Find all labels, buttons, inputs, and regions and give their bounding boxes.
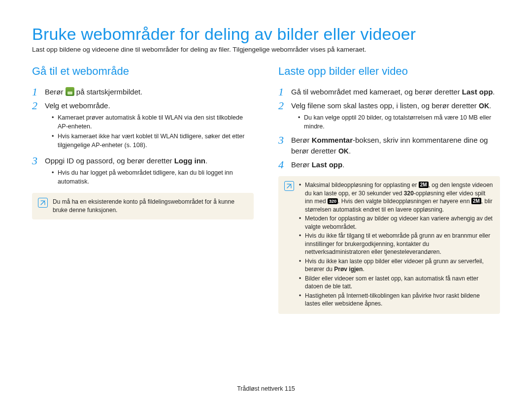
r3-a: Berør: [291, 136, 312, 144]
r4-a: Berør: [291, 160, 312, 169]
left-note-text: Du må ha en eksisterende konto på fildel…: [53, 198, 248, 215]
tag-2m-icon: 2M: [471, 198, 481, 204]
r1-c: .: [493, 88, 495, 96]
note4-c: .: [363, 266, 364, 273]
left-note-box: Du må ha en eksisterende konto på fildel…: [32, 193, 254, 219]
left-step-1: 1 Berør på startskjermbildet.: [32, 87, 254, 97]
left-step-2: 2 Velg et webområde. Kameraet prøver aut…: [32, 100, 254, 151]
r2-sub1: Du kan velge opptil 20 bilder, og totals…: [298, 113, 500, 131]
step-number: 1: [32, 87, 45, 97]
note1: Maksimal bildeoppløsning for opplasting …: [299, 181, 494, 214]
note1-a: Maksimal bildeoppløsning for opplasting …: [305, 182, 419, 188]
step-number: 3: [32, 155, 45, 166]
page-intro: Last opp bildene og videoene dine til we…: [32, 46, 500, 53]
ok-icon: OK: [338, 146, 349, 156]
r4-c: .: [342, 160, 344, 169]
step2-text: Velg et webområde.: [45, 101, 110, 110]
right-step-1: 1 Gå til webområdet med kameraet, og ber…: [278, 87, 500, 97]
step1-text-b: på startskjermbildet.: [74, 88, 142, 96]
page-footer: Trådløst nettverk 115: [0, 385, 532, 392]
right-heading: Laste opp bilder eller video: [278, 65, 500, 78]
r3-b: Kommentar: [312, 136, 353, 144]
step-number: 3: [278, 135, 291, 146]
left-step-3: 3 Oppgi ID og passord, og berør deretter…: [32, 155, 254, 187]
note2: Metoden for opplasting av bilder og vide…: [299, 215, 494, 231]
note4-b: Prøv igjen: [334, 266, 363, 273]
footer-page-number: 115: [285, 385, 295, 392]
left-column: Gå til et webområde 1 Berør på startskje…: [32, 65, 254, 314]
tag-2m-icon: 2M: [419, 182, 429, 188]
step2-sub1: Kameraet prøver automatisk å koble til W…: [52, 113, 254, 131]
right-step-2: 2 Velg filene som skal lastes opp, i lis…: [278, 100, 500, 132]
step3-text-b: Logg inn: [174, 156, 205, 165]
note4: Hvis du ikke kan laste opp bilder eller …: [299, 257, 494, 274]
r4-b: Last opp: [312, 160, 343, 169]
step3-text-c: .: [205, 156, 207, 165]
right-column: Laste opp bilder eller video 1 Gå til we…: [278, 65, 500, 314]
ok-icon: OK: [479, 100, 489, 111]
r1-a: Gå til webområdet med kameraet, og berør…: [291, 88, 462, 96]
footer-section: Trådløst nettverk: [237, 385, 285, 392]
right-step-3: 3 Berør Kommentar-boksen, skriv inn komm…: [278, 135, 500, 156]
r3-d: .: [349, 147, 351, 155]
step-number: 4: [278, 159, 291, 170]
step-number: 2: [278, 100, 291, 111]
right-step-4: 4 Berør Last opp.: [278, 159, 500, 170]
note4-a: Hvis du ikke kan laste opp bilder eller …: [305, 258, 484, 273]
step3-sub1: Hvis du har logget på webområdet tidlige…: [52, 168, 254, 186]
page-title: Bruke webområder for deling av bilder el…: [32, 25, 500, 44]
left-heading: Gå til et webområde: [32, 65, 254, 78]
r1-b: Last opp: [462, 88, 493, 96]
step-number: 2: [32, 100, 45, 111]
note1-d: . Hvis den valgte bildeoppløsningen er h…: [338, 198, 471, 205]
tag-320b-icon: 320: [328, 198, 338, 204]
step2-sub2: Hvis kameraet ikke har vært koblet til W…: [52, 132, 254, 150]
r2-b: .: [489, 101, 491, 110]
r2-a: Velg filene som skal lastes opp, i liste…: [291, 101, 479, 110]
house-icon: [66, 87, 74, 96]
note3: Hvis du ikke får tilgang til et webområd…: [299, 232, 494, 256]
note5: Bilder eller videoer som er lastet opp, …: [299, 275, 494, 291]
step3-text-a: Oppgi ID og passord, og berør deretter: [45, 156, 174, 165]
info-icon: [284, 181, 294, 191]
tag-320-icon: 320: [404, 189, 414, 198]
info-icon: [38, 198, 48, 208]
right-note-box: Maksimal bildeoppløsning for opplasting …: [278, 176, 500, 314]
note6: Hastigheten på Internett-tilkoblingen ka…: [299, 292, 494, 308]
step-number: 1: [278, 87, 291, 97]
step1-text-a: Berør: [45, 88, 66, 96]
